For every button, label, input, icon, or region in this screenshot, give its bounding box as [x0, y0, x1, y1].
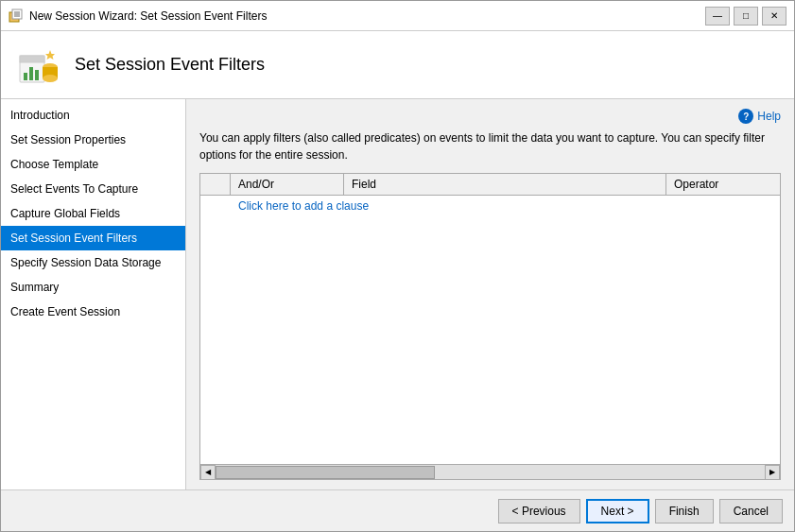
- close-button[interactable]: ✕: [762, 7, 786, 26]
- footer: < Previous Next > Finish Cancel: [1, 489, 794, 531]
- main-window: New Session Wizard: Set Session Event Fi…: [0, 0, 795, 532]
- sidebar-item-introduction[interactable]: Introduction: [1, 103, 185, 128]
- svg-rect-9: [35, 70, 39, 80]
- svg-rect-7: [24, 73, 27, 80]
- col-header-operator: Operator: [666, 174, 780, 195]
- minimize-button[interactable]: —: [705, 7, 730, 26]
- svg-marker-13: [45, 50, 55, 60]
- previous-button[interactable]: < Previous: [498, 499, 580, 523]
- filter-table: And/Or Field Operator Click here to add …: [199, 173, 781, 480]
- sidebar-item-set-session-properties[interactable]: Set Session Properties: [1, 128, 185, 152]
- col-header-checkbox: [200, 174, 231, 195]
- svg-rect-6: [20, 56, 44, 62]
- sidebar-item-specify-session-data-storage[interactable]: Specify Session Data Storage: [1, 250, 185, 275]
- help-row: ? Help: [199, 109, 781, 124]
- scrollbar-thumb[interactable]: [216, 466, 435, 479]
- col-header-andor: And/Or: [231, 174, 344, 195]
- svg-rect-8: [29, 67, 33, 80]
- sidebar-item-set-session-event-filters[interactable]: Set Session Event Filters: [1, 226, 185, 250]
- sidebar-item-capture-global-fields[interactable]: Capture Global Fields: [1, 201, 185, 226]
- maximize-button[interactable]: □: [734, 7, 758, 26]
- sidebar: Introduction Set Session Properties Choo…: [1, 99, 186, 489]
- page-header: Set Session Event Filters: [1, 31, 794, 99]
- window-title: New Session Wizard: Set Session Event Fi…: [29, 9, 705, 23]
- horizontal-scrollbar[interactable]: ◀ ▶: [200, 464, 780, 479]
- content-area: Introduction Set Session Properties Choo…: [1, 99, 794, 489]
- description-text: You can apply filters (also called predi…: [199, 129, 781, 163]
- header-icon: [16, 43, 61, 88]
- svg-point-12: [43, 75, 58, 82]
- sidebar-item-create-event-session[interactable]: Create Event Session: [1, 300, 185, 324]
- sidebar-item-select-events-to-capture[interactable]: Select Events To Capture: [1, 177, 185, 201]
- sidebar-item-summary[interactable]: Summary: [1, 275, 185, 300]
- table-body: Click here to add a clause: [200, 196, 780, 464]
- cancel-button[interactable]: Cancel: [719, 499, 783, 523]
- sidebar-item-choose-template[interactable]: Choose Template: [1, 152, 185, 177]
- help-label: Help: [757, 110, 781, 123]
- main-panel: ? Help You can apply filters (also calle…: [186, 99, 794, 489]
- next-button[interactable]: Next >: [586, 499, 649, 523]
- scroll-left-button[interactable]: ◀: [200, 465, 216, 480]
- window-controls: — □ ✕: [705, 7, 786, 26]
- page-title: Set Session Event Filters: [75, 55, 265, 75]
- title-bar: New Session Wizard: Set Session Event Fi…: [1, 1, 794, 31]
- help-link[interactable]: ? Help: [738, 109, 781, 124]
- window-icon: [9, 9, 24, 24]
- scroll-right-button[interactable]: ▶: [765, 465, 780, 480]
- help-icon: ?: [738, 109, 753, 124]
- table-header: And/Or Field Operator: [200, 174, 780, 196]
- col-header-field: Field: [344, 174, 666, 195]
- scrollbar-track[interactable]: [216, 465, 765, 480]
- add-clause-link[interactable]: Click here to add a clause: [200, 196, 780, 216]
- finish-button[interactable]: Finish: [655, 499, 714, 523]
